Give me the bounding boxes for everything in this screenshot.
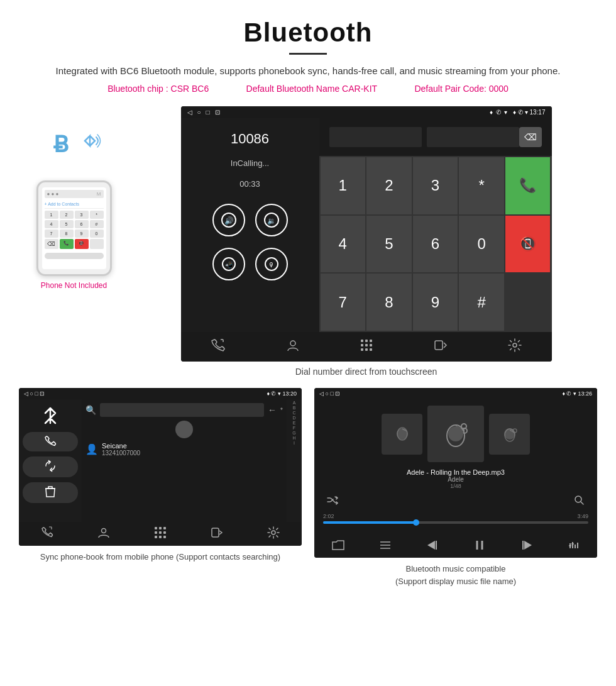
- svg-text:🔊: 🔊: [224, 216, 233, 225]
- svg-point-19: [513, 343, 517, 347]
- dialer-backspace-button[interactable]: ⌫: [519, 127, 542, 147]
- music-screen: ◁ ○ □ ⊡ ♦ ✆ ▾ 13:26: [314, 388, 597, 558]
- alpha-D[interactable]: D: [288, 416, 300, 420]
- dialer-key-6[interactable]: 6: [413, 216, 458, 273]
- screenshot-icon[interactable]: ⊡: [215, 109, 220, 116]
- dialer-key-4[interactable]: 4: [321, 216, 366, 273]
- nav-dialpad-icon[interactable]: [360, 338, 373, 355]
- dialer-key-7[interactable]: 7: [321, 274, 366, 331]
- phone-key-call[interactable]: 📞: [60, 239, 74, 249]
- dialer-key-hash[interactable]: #: [459, 274, 504, 331]
- alpha-F[interactable]: F: [288, 426, 300, 430]
- home-icon[interactable]: ○: [197, 109, 201, 116]
- pb-left-sidebar: [19, 399, 82, 522]
- phone-add-contact: + Add to Contacts: [45, 200, 104, 209]
- pb-nav-dialpad[interactable]: [154, 526, 167, 541]
- music-track: 1/48: [407, 483, 505, 489]
- svg-rect-21: [155, 527, 157, 529]
- dialer-input-box-2: [427, 127, 519, 147]
- dialer-end-button[interactable]: 📵: [505, 216, 551, 273]
- dialer-call-button[interactable]: 📞: [505, 157, 551, 214]
- status-bar: ◁ ○ □ ⊡ ♦ ✆ ▾ ♦ ✆ ▾ 13:17: [181, 106, 552, 118]
- android-call-screen: ◁ ○ □ ⊡ ♦ ✆ ▾ ♦ ✆ ▾ 13:17 10086 InCallin…: [181, 106, 552, 362]
- alpha-E[interactable]: E: [288, 421, 300, 425]
- pb-delete-button[interactable]: [23, 482, 78, 503]
- spec-line: Bluetooth chip : CSR BC6 Default Bluetoo…: [25, 84, 591, 94]
- pb-nav-contacts[interactable]: [97, 526, 110, 541]
- music-block: ◁ ○ □ ⊡ ♦ ✆ ▾ 13:26: [314, 388, 597, 587]
- svg-marker-42: [427, 541, 435, 550]
- alpha-H[interactable]: H: [288, 436, 300, 440]
- dialer-key-1[interactable]: 1: [321, 157, 366, 214]
- dialer-key-8[interactable]: 8: [366, 274, 412, 331]
- alpha-C[interactable]: C: [288, 411, 300, 415]
- music-nav-folder[interactable]: [332, 539, 344, 553]
- phone-key-0[interactable]: 0: [90, 230, 104, 238]
- phone-key-5[interactable]: 5: [60, 220, 74, 228]
- pb-contact-row[interactable]: 👤 Seicane 13241007000: [85, 440, 283, 459]
- mute-button[interactable]: 🎙: [255, 248, 288, 280]
- page-title: Bluetooth: [25, 18, 591, 48]
- pb-time: ♦ ✆ ▾ 13:20: [267, 390, 297, 397]
- search-music-icon[interactable]: [573, 494, 585, 508]
- main-screen-caption: Dial number direct from touchscreen: [295, 367, 437, 377]
- dialer-key-5[interactable]: 5: [366, 216, 412, 273]
- dialer-key-star[interactable]: *: [459, 157, 504, 214]
- nav-transfer-icon[interactable]: [434, 338, 448, 355]
- nav-contacts-icon[interactable]: [286, 338, 300, 355]
- phone-key-hash[interactable]: #: [90, 220, 104, 228]
- alpha-A[interactable]: A: [288, 401, 300, 405]
- dialer-key-2[interactable]: 2: [366, 157, 412, 214]
- phone-key-3[interactable]: 3: [75, 211, 89, 219]
- svg-point-31: [272, 531, 275, 534]
- search-icon[interactable]: 🔍: [85, 405, 96, 415]
- phone-key-end[interactable]: 📵: [75, 239, 89, 249]
- back-icon[interactable]: ◁: [187, 109, 192, 116]
- volume-up-button[interactable]: 🔊: [212, 204, 245, 236]
- alpha-I[interactable]: I: [288, 441, 300, 445]
- phone-key-8[interactable]: 8: [60, 230, 74, 238]
- phone-key-1[interactable]: 1: [45, 211, 58, 219]
- phone-key-9[interactable]: 9: [75, 230, 89, 238]
- pb-status-bar: ◁ ○ □ ⊡ ♦ ✆ ▾ 13:20: [19, 388, 302, 399]
- alpha-B[interactable]: B: [288, 406, 300, 410]
- phone-key-del[interactable]: ⌫: [45, 239, 58, 249]
- volume-down-button[interactable]: 🔉: [255, 204, 288, 236]
- music-nav-play-pause[interactable]: [473, 539, 486, 553]
- current-time: 2:02: [323, 513, 334, 519]
- dialer-key-0[interactable]: 0: [459, 216, 504, 273]
- dialer-key-3[interactable]: 3: [413, 157, 458, 214]
- back-arrow-icon[interactable]: ←: [268, 405, 277, 415]
- music-nav-list[interactable]: [379, 539, 392, 553]
- pb-nav-transfer[interactable]: [211, 526, 223, 541]
- pb-sync-button[interactable]: [23, 456, 78, 477]
- phone-key-6[interactable]: 6: [75, 220, 89, 228]
- phone-keypad: 1 2 3 * 4 5 6 # 7 8 9 0 ⌫ 📞 📵: [45, 211, 104, 249]
- pb-nav-settings[interactable]: [267, 526, 280, 541]
- transfer-call-button[interactable]: 📲: [212, 248, 245, 280]
- alpha-G[interactable]: G: [288, 431, 300, 435]
- phone-key-7[interactable]: 7: [45, 230, 58, 238]
- phonebook-block: ◁ ○ □ ⊡ ♦ ✆ ▾ 13:20: [19, 388, 302, 587]
- pb-alphabet-index: A B C D E F G H I: [287, 399, 302, 522]
- dialer-key-9[interactable]: 9: [413, 274, 458, 331]
- music-nav-equalizer[interactable]: [568, 539, 580, 553]
- contact-number: 13241007000: [102, 450, 140, 456]
- music-nav-next[interactable]: [520, 539, 533, 553]
- phone-key-sp[interactable]: [90, 239, 104, 249]
- search-input[interactable]: [100, 403, 264, 417]
- shuffle-icon[interactable]: [327, 495, 338, 507]
- pb-nav-phone[interactable]: [41, 526, 53, 541]
- phone-key-4[interactable]: 4: [45, 220, 58, 228]
- progress-fill: [323, 521, 416, 524]
- nav-phone-icon[interactable]: [211, 338, 226, 355]
- nav-settings-icon[interactable]: [508, 338, 522, 355]
- svg-rect-24: [155, 531, 157, 534]
- pb-call-button[interactable]: [23, 432, 78, 451]
- svg-rect-14: [370, 344, 372, 346]
- progress-bar[interactable]: [323, 521, 588, 524]
- phone-key-star[interactable]: *: [90, 211, 104, 219]
- phone-key-2[interactable]: 2: [60, 211, 74, 219]
- music-nav-prev[interactable]: [426, 539, 439, 553]
- recents-icon[interactable]: □: [206, 109, 210, 116]
